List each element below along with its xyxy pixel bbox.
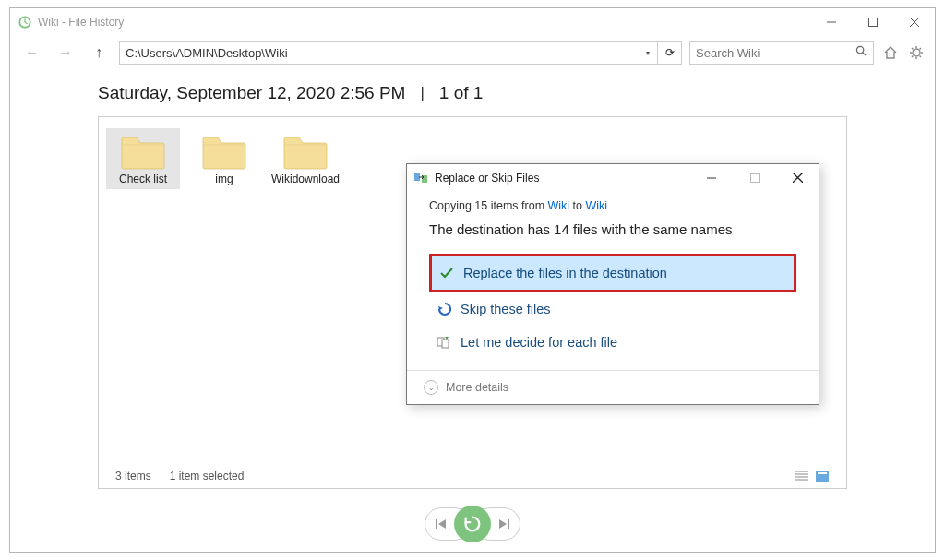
svg-rect-27	[750, 174, 759, 183]
svg-line-14	[912, 56, 914, 58]
copy-progress-line: Copying 15 items from Wiki to Wiki	[429, 199, 796, 212]
option-skip-label: Skip these files	[461, 302, 551, 316]
address-row: ← → ↑ C:\Users\ADMIN\Desktop\Wiki ▾ ⟳	[10, 36, 935, 69]
forward-button[interactable]: →	[53, 42, 78, 64]
item-count: 3 items	[115, 470, 151, 483]
dialog-title: Replace or Skip Files	[435, 172, 692, 185]
conflict-message: The destination has 14 files with the sa…	[429, 221, 796, 237]
search-icon[interactable]	[855, 45, 867, 60]
view-large-icon[interactable]	[815, 470, 830, 483]
close-button[interactable]	[893, 8, 935, 36]
option-replace-label: Replace the files in the destination	[463, 266, 667, 280]
address-path[interactable]: C:\Users\ADMIN\Desktop\Wiki	[120, 46, 639, 60]
settings-icon[interactable]	[907, 43, 926, 62]
restore-button[interactable]	[454, 506, 491, 542]
status-bar: 3 items 1 item selected	[106, 464, 839, 488]
folder-icon	[201, 132, 247, 171]
address-bar[interactable]: C:\Users\ADMIN\Desktop\Wiki ▾ ⟳	[119, 41, 682, 65]
svg-line-6	[863, 53, 866, 55]
up-button[interactable]: ↑	[86, 42, 112, 64]
view-details-icon[interactable]	[795, 470, 809, 483]
back-button[interactable]: ←	[19, 42, 45, 64]
check-icon	[439, 266, 454, 280]
folder-label: Check list	[119, 173, 167, 185]
svg-rect-22	[436, 519, 437, 529]
svg-line-13	[920, 56, 922, 58]
folder-label: img	[215, 173, 233, 185]
folder-item[interactable]: Check list	[106, 128, 180, 189]
skip-icon	[437, 302, 451, 316]
svg-line-15	[920, 48, 922, 50]
titlebar: Wiki - File History	[10, 8, 935, 36]
bottom-nav	[10, 498, 935, 552]
history-page: 1 of 1	[439, 83, 484, 103]
svg-line-12	[912, 48, 914, 50]
search-input[interactable]	[696, 46, 855, 60]
source-link[interactable]: Wiki	[548, 199, 570, 212]
svg-rect-20	[816, 471, 829, 482]
window-title: Wiki - File History	[38, 16, 810, 29]
svg-rect-21	[818, 472, 827, 474]
search-box[interactable]	[689, 41, 874, 65]
maximize-button[interactable]	[852, 8, 893, 36]
destination-link[interactable]: Wiki	[586, 199, 608, 212]
folder-label: Wikidownload	[271, 173, 340, 185]
dialog-minimize-button[interactable]	[692, 164, 731, 192]
folder-icon	[120, 132, 166, 171]
folder-item[interactable]: img	[187, 128, 261, 189]
svg-point-7	[913, 49, 920, 56]
history-header: Saturday, September 12, 2020 2:56 PM | 1…	[98, 83, 847, 103]
svg-rect-23	[508, 519, 509, 529]
refresh-button[interactable]: ⟳	[657, 42, 681, 64]
svg-point-5	[856, 46, 863, 53]
prev-version-icon	[435, 518, 448, 530]
dialog-close-button[interactable]	[778, 164, 817, 192]
svg-rect-2	[868, 18, 877, 27]
dialog-maximize-button[interactable]	[736, 164, 774, 192]
header-separator: |	[420, 84, 424, 102]
next-version-icon	[497, 518, 510, 530]
history-timestamp: Saturday, September 12, 2020 2:56 PM	[98, 83, 405, 103]
folder-item[interactable]: Wikidownload	[269, 128, 342, 189]
dialog-footer: ⌄ More details	[407, 370, 819, 404]
home-icon[interactable]	[881, 43, 900, 62]
decide-icon	[437, 335, 451, 350]
option-skip[interactable]: Skip these files	[429, 292, 796, 326]
option-decide-label: Let me decide for each file	[461, 335, 617, 350]
dialog-titlebar: Replace or Skip Files	[407, 164, 819, 192]
option-decide[interactable]: Let me decide for each file	[429, 326, 796, 359]
chevron-down-icon[interactable]: ⌄	[424, 380, 438, 395]
dialog-icon	[414, 172, 429, 185]
folder-icon	[282, 132, 329, 171]
app-icon	[18, 15, 32, 30]
option-replace[interactable]: Replace the files in the destination	[429, 254, 796, 292]
window-controls	[810, 8, 935, 36]
more-details-link[interactable]: More details	[446, 381, 508, 394]
selected-count: 1 item selected	[170, 470, 245, 483]
address-dropdown-icon[interactable]: ▾	[639, 42, 657, 64]
replace-skip-dialog: Replace or Skip Files Copying 15 items f…	[406, 163, 819, 405]
dialog-body: Copying 15 items from Wiki to Wiki The d…	[407, 192, 819, 370]
restore-icon	[462, 514, 483, 534]
svg-rect-31	[442, 340, 449, 348]
view-mode-buttons	[795, 470, 830, 483]
minimize-button[interactable]	[810, 8, 852, 36]
